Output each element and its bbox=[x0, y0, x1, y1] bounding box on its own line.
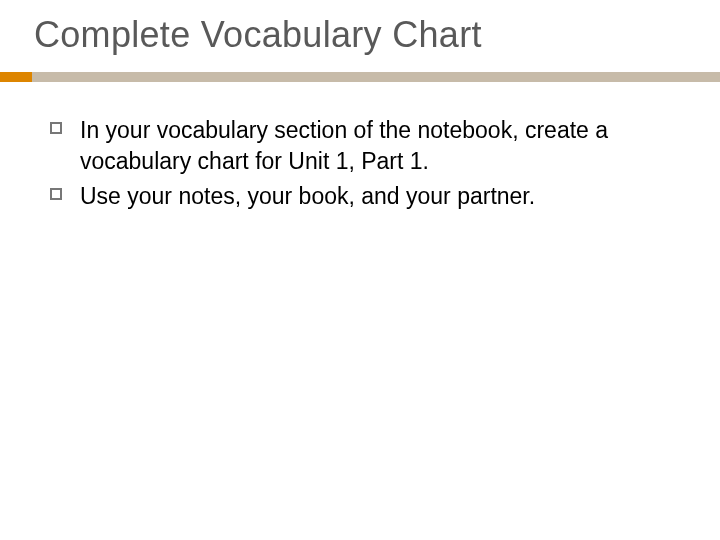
list-item: Use your notes, your book, and your part… bbox=[50, 181, 670, 212]
square-bullet-icon bbox=[50, 188, 62, 200]
body-content: In your vocabulary section of the notebo… bbox=[50, 115, 670, 216]
list-item-text: In your vocabulary section of the notebo… bbox=[80, 115, 670, 177]
title-divider bbox=[0, 72, 720, 82]
slide-title: Complete Vocabulary Chart bbox=[34, 14, 482, 56]
list-item-text: Use your notes, your book, and your part… bbox=[80, 181, 535, 212]
slide: Complete Vocabulary Chart In your vocabu… bbox=[0, 0, 720, 540]
accent-block bbox=[0, 72, 32, 82]
divider-line bbox=[32, 72, 720, 82]
square-bullet-icon bbox=[50, 122, 62, 134]
list-item: In your vocabulary section of the notebo… bbox=[50, 115, 670, 177]
